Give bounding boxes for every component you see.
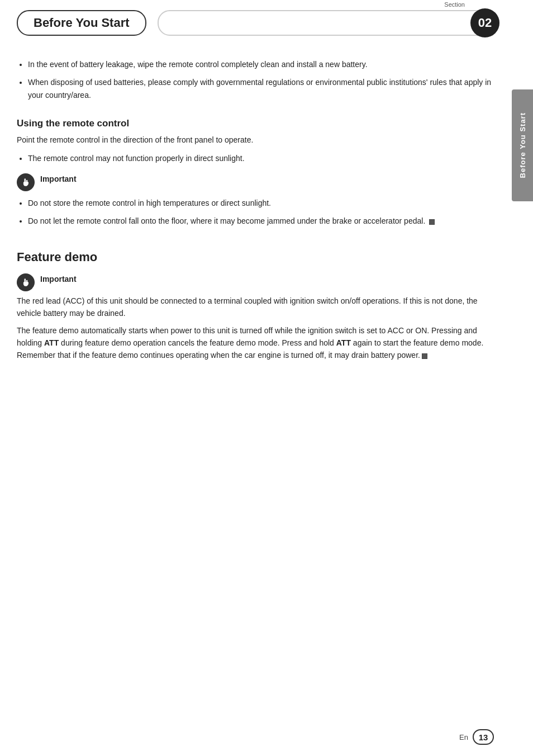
feature-demo-important-block: Important: [17, 272, 494, 291]
section-box: Section 02: [158, 10, 499, 36]
page-title: Before You Start: [34, 16, 130, 30]
right-sidebar: Before You Start: [504, 0, 533, 756]
feature-demo-important-para: The red lead (ACC) of this unit should b…: [17, 295, 494, 320]
page-footer: En 13: [0, 729, 499, 745]
main-content: In the event of battery leakage, wipe th…: [17, 58, 494, 362]
important-label: Important: [40, 172, 77, 186]
list-item: When disposing of used batteries, please…: [28, 76, 494, 101]
att-bold-1: ATT: [44, 338, 59, 347]
sidebar-tab-text: Before You Start: [518, 112, 527, 178]
important-icon-2: [17, 273, 35, 291]
important-icon: [17, 173, 35, 191]
list-item: The remote control may not function prop…: [28, 152, 494, 164]
section-label: Section: [444, 1, 465, 8]
page-title-box: Before You Start: [17, 10, 146, 36]
page-number: 13: [473, 729, 494, 745]
intro-list: In the event of battery leakage, wipe th…: [28, 58, 494, 101]
list-item: Do not let the remote control fall onto …: [28, 215, 494, 227]
remote-intro: Point the remote control in the directio…: [17, 134, 494, 146]
section-number: 02: [470, 8, 499, 37]
sidebar-tab: Before You Start: [512, 89, 533, 201]
footer-en-label: En: [459, 733, 468, 741]
remote-important-list: Do not store the remote control in high …: [28, 197, 494, 228]
list-item: Do not store the remote control in high …: [28, 197, 494, 209]
remote-bullets: The remote control may not function prop…: [28, 152, 494, 164]
feature-demo-para: The feature demo automatically starts wh…: [17, 324, 494, 362]
important-svg-icon-2: [20, 277, 31, 288]
remote-section-heading: Using the remote control: [17, 118, 494, 129]
feature-demo-heading: Feature demo: [17, 250, 494, 264]
att-bold-2: ATT: [336, 338, 351, 347]
page-header: Before You Start Section 02: [17, 10, 499, 36]
important-svg-icon: [20, 177, 31, 188]
end-section-marker: [429, 219, 435, 225]
end-section-marker-2: [422, 353, 427, 359]
important-label-2: Important: [40, 272, 77, 286]
list-item: In the event of battery leakage, wipe th…: [28, 58, 494, 70]
remote-important-block: Important: [17, 172, 494, 191]
